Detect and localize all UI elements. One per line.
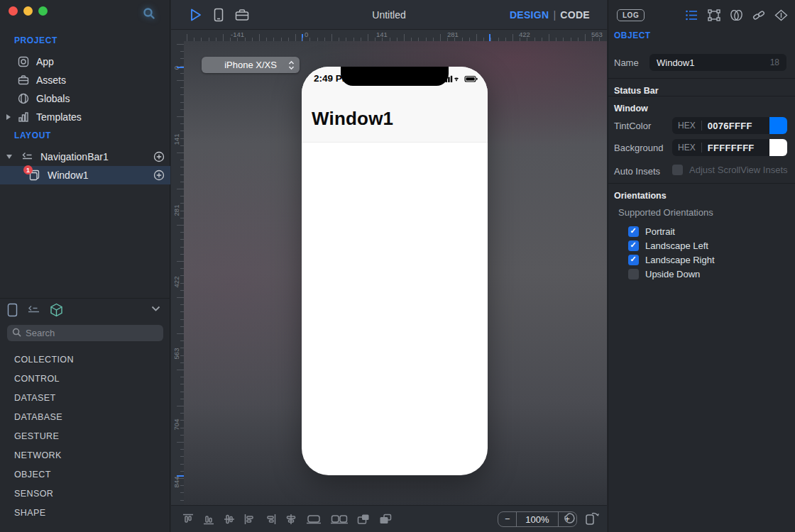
inspector-panel: LOG bbox=[608, 0, 795, 532]
align-right-icon[interactable] bbox=[264, 513, 277, 526]
send-backward-icon[interactable] bbox=[378, 513, 393, 526]
phone-nav-title: Window1 bbox=[312, 108, 393, 130]
minimize-window-button[interactable] bbox=[23, 6, 33, 16]
library-category[interactable]: SHAPE bbox=[0, 503, 170, 522]
sidebar-item-navigationbar1[interactable]: NavigationBar1 bbox=[0, 148, 170, 166]
background-swatch[interactable] bbox=[769, 139, 787, 156]
landscape-left-checkbox[interactable] bbox=[628, 240, 639, 251]
align-top-icon[interactable] bbox=[182, 513, 194, 526]
orientations-section-header: Orientations bbox=[608, 183, 795, 206]
sidebar-item-globals[interactable]: Globals bbox=[0, 89, 170, 108]
background-row: Background HEX FFFFFFFF bbox=[608, 139, 795, 156]
log-button[interactable]: LOG bbox=[617, 9, 645, 21]
library-category[interactable]: OBJECT bbox=[0, 465, 170, 484]
circle-device-icon[interactable] bbox=[564, 512, 576, 524]
sidebar-item-label: Templates bbox=[36, 111, 82, 123]
library-category[interactable]: DATABASE bbox=[0, 407, 170, 426]
link-icon[interactable] bbox=[752, 9, 765, 21]
search-icon[interactable] bbox=[143, 7, 155, 20]
zoom-level[interactable]: 100% bbox=[516, 512, 558, 526]
ruler-label: 0 bbox=[305, 31, 308, 38]
device-selector-dropdown[interactable]: iPhone X/XS bbox=[202, 57, 300, 73]
library-category[interactable]: NETWORK bbox=[0, 445, 170, 465]
library-category[interactable]: CONTROL bbox=[0, 369, 170, 388]
close-window-button[interactable] bbox=[9, 6, 18, 16]
library-category[interactable]: SENSOR bbox=[0, 484, 170, 503]
sidebar-item-assets[interactable]: Assets bbox=[0, 71, 170, 89]
error-badge: 1 bbox=[23, 165, 33, 174]
device-selector-value: iPhone X/XS bbox=[224, 60, 277, 70]
name-input[interactable]: Window1 18 bbox=[649, 54, 786, 71]
single-device-icon[interactable] bbox=[305, 513, 322, 526]
ruler-label: 563 bbox=[591, 31, 603, 38]
objects-cube-icon[interactable] bbox=[50, 303, 63, 317]
ruler-label: 281 bbox=[172, 201, 180, 221]
phone-notch bbox=[341, 67, 449, 86]
name-value: Window1 bbox=[657, 57, 770, 68]
zoom-out-button[interactable]: − bbox=[498, 512, 516, 526]
tintcolor-label: TintColor bbox=[614, 121, 651, 131]
ruler-label: -141 bbox=[231, 31, 244, 38]
library-category[interactable]: GESTURE bbox=[0, 426, 170, 445]
library-category[interactable]: COLLECTION bbox=[0, 350, 170, 369]
orientation-label: Landscape Right bbox=[645, 255, 715, 265]
tab-code[interactable]: CODE bbox=[560, 9, 590, 21]
design-canvas[interactable]: iPhone X/XS 2:49 PM bbox=[184, 41, 607, 505]
orientation-option: Landscape Right bbox=[628, 253, 715, 266]
add-layer-button[interactable] bbox=[153, 151, 165, 162]
align-left-icon[interactable] bbox=[243, 513, 256, 526]
app-icon bbox=[17, 56, 29, 67]
landscape-right-checkbox[interactable] bbox=[628, 255, 639, 265]
frame-icon[interactable] bbox=[708, 9, 720, 21]
disclosure-triangle-icon[interactable] bbox=[6, 114, 11, 120]
device-tab-icon[interactable] bbox=[7, 303, 18, 317]
tintcolor-value: 0076FFFF bbox=[702, 121, 769, 131]
adjust-scrollview-insets-checkbox[interactable] bbox=[672, 165, 683, 175]
project-bag-icon[interactable] bbox=[235, 9, 249, 21]
blend-icon[interactable] bbox=[730, 9, 743, 21]
background-hex-input[interactable]: HEX FFFFFFFF bbox=[672, 139, 787, 156]
sidebar-item-templates[interactable]: Templates bbox=[0, 108, 170, 126]
sidebar-item-label: App bbox=[36, 56, 54, 67]
align-center-vertical-icon[interactable] bbox=[223, 513, 236, 526]
status-bar-icons bbox=[443, 74, 478, 83]
background-value: FFFFFFFF bbox=[702, 143, 769, 153]
attributes-list-icon[interactable] bbox=[685, 9, 698, 21]
sidebar: PROJECT App Assets Globals Templates LA bbox=[0, 0, 170, 532]
orientation-option: Landscape Left bbox=[628, 239, 708, 252]
ruler-label: 563 bbox=[172, 344, 180, 364]
tintcolor-hex-input[interactable]: HEX 0076FFFF bbox=[672, 117, 787, 134]
library-category[interactable]: DATASET bbox=[0, 388, 170, 407]
sidebar-item-app[interactable]: App bbox=[0, 52, 170, 71]
phone-mockup[interactable]: 2:49 PM Window1 bbox=[302, 67, 488, 475]
tintcolor-swatch[interactable] bbox=[769, 117, 787, 134]
sidebar-item-label: NavigationBar1 bbox=[40, 151, 109, 162]
add-layer-button[interactable] bbox=[153, 170, 165, 181]
name-row: Name Window1 18 bbox=[608, 54, 795, 71]
ruler-corner bbox=[171, 30, 184, 41]
orientation-option: Upside Down bbox=[628, 267, 700, 280]
horizontal-ruler: -141 0 141 281 422 563 bbox=[184, 30, 607, 41]
focus-eye-icon[interactable] bbox=[774, 9, 788, 21]
navbar-tab-icon[interactable] bbox=[27, 305, 40, 315]
sidebar-item-window1[interactable]: 1 Window1 bbox=[0, 166, 170, 184]
navigationbar-icon bbox=[21, 152, 33, 162]
library-search-input[interactable] bbox=[7, 325, 163, 341]
zoom-window-button[interactable] bbox=[38, 6, 48, 16]
window-page-icon: 1 bbox=[28, 170, 40, 181]
tab-design[interactable]: DESIGN bbox=[510, 9, 549, 21]
bring-forward-icon[interactable] bbox=[356, 513, 371, 526]
canvas-bottom-bar: − 100% + bbox=[171, 505, 607, 532]
device-preview-icon[interactable] bbox=[214, 8, 224, 22]
rotate-device-icon[interactable] bbox=[585, 511, 600, 525]
upside-down-checkbox[interactable] bbox=[628, 269, 639, 279]
align-center-horizontal-icon[interactable] bbox=[285, 513, 297, 526]
collapse-chevron-icon[interactable] bbox=[151, 306, 160, 311]
sidebar-item-label: Globals bbox=[36, 93, 70, 104]
ruler-label: 422 bbox=[519, 31, 530, 38]
dual-device-icon[interactable] bbox=[330, 513, 349, 526]
align-bottom-icon[interactable] bbox=[202, 513, 215, 526]
disclosure-triangle-icon[interactable] bbox=[6, 155, 12, 159]
play-icon[interactable] bbox=[190, 8, 202, 22]
portrait-checkbox[interactable] bbox=[628, 226, 639, 237]
